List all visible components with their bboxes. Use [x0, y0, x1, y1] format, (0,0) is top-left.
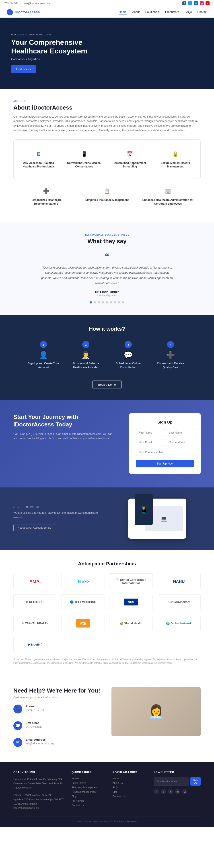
logo[interactable]: i iDoctorAccess [7, 9, 40, 16]
footer-popular-3[interactable]: FAQs [113, 786, 147, 789]
hero-section: WELCOME TO IDOCTORACCESS Your Comprehens… [0, 18, 214, 89]
nav-home[interactable]: Home [119, 10, 127, 14]
first-name-input[interactable] [136, 429, 164, 436]
hero-subtitle: Care at your fingertips [11, 57, 118, 61]
instagram-icon[interactable]: ig [200, 1, 204, 5]
testimonial-dots [14, 301, 200, 304]
footer-popular-2[interactable]: About Us [113, 782, 147, 784]
footer-quick-5[interactable]: Blog [72, 795, 106, 798]
app-right: 📱 💻 [114, 499, 200, 539]
phone-input[interactable] [136, 449, 194, 456]
footer-quick-4[interactable]: Revenue Management [72, 790, 106, 793]
dot-8[interactable] [118, 301, 120, 304]
nav-faqs[interactable]: FAQs [185, 10, 192, 14]
email-label: Email Address [26, 738, 54, 741]
nhs-logo: NHS [124, 598, 138, 606]
dot-6[interactable] [110, 301, 112, 304]
testimonial-author: Dr. Linda Turner [14, 290, 200, 294]
feature-title-1: 24/7 Access to Qualified Healthcare Prof… [20, 161, 57, 169]
feature-item-3: 📅 Streamlined Appointment Scheduling [109, 146, 151, 172]
footer-popular-5[interactable]: Contact Us [113, 795, 147, 798]
about-label: ABOUT US [14, 100, 200, 102]
email-icon: ✉ [14, 738, 22, 747]
insurance-management-icon: 📋 [103, 187, 111, 195]
footer-col-contact: GET IN TOUCH Unlock Your Potential: Join… [14, 771, 65, 810]
appointment-scheduling-icon: 📅 [125, 150, 134, 159]
signup-form-title: Sign Up [136, 420, 194, 425]
footer-popular-1[interactable]: Home [113, 777, 147, 780]
help-left: Need Help? We're Here for You! Customer … [14, 687, 103, 751]
footer-copyright: iDoctorAccess a product of © 2024 All Ri… [77, 820, 137, 823]
step-title-3: Schedule an Online Consultation [111, 362, 145, 369]
signup-button[interactable]: Sign Up Now [136, 460, 194, 467]
medical-consultations-icon: 📱 [80, 150, 89, 159]
phone-info: Phone (223) 316-2198 [26, 705, 44, 717]
app-label: JOIN THE NETWORK [14, 506, 100, 508]
feature-title-5: Personalized Healthcare Recommendations [20, 198, 72, 206]
footer-quick-7[interactable]: Contact Us [72, 804, 106, 807]
dot-7[interactable] [114, 301, 116, 304]
newsletter-button[interactable]: Sign Up [190, 777, 200, 785]
linkedin-icon[interactable]: in [194, 1, 198, 5]
signup-section: Start Your Journey with iDoctorAccess To… [0, 400, 214, 488]
hero-label: WELCOME TO IDOCTORACCESS [11, 33, 118, 36]
footer-address2: US office: 8103Inca Court Suite PA [14, 793, 65, 798]
footer-col-newsletter: NEWSLETTER Sign Up f t in ig yt [154, 771, 200, 810]
curtis-logo: CurtisGrosskopf [167, 600, 190, 604]
newsletter-input[interactable] [154, 777, 189, 785]
dot-5[interactable] [106, 301, 108, 304]
name-row [136, 429, 194, 436]
step-icon-1: 👤 [27, 351, 60, 359]
footer-twitter-icon[interactable]: t [161, 789, 166, 794]
last-name-input[interactable] [166, 429, 194, 436]
dot-3[interactable] [98, 301, 100, 304]
nav-products[interactable]: Products [165, 10, 179, 14]
address-input[interactable] [166, 439, 194, 446]
book-demo-button[interactable]: Book a Demo [92, 380, 122, 389]
app-section: JOIN THE NETWORK We are excited that you… [0, 488, 214, 550]
account-setup-button[interactable]: Request For Account Set up [14, 524, 55, 531]
about-section: ABOUT US About iDoctorAccess Our mission… [0, 89, 214, 222]
social-links: f t in ig yt [182, 1, 210, 5]
partner-ama: AMA® [14, 574, 57, 589]
partnerships-section: Anticipated Partnerships AMA® 🌐 WHO 🦷 De… [0, 550, 214, 676]
partner-bluefin: ◆ Bluefin™ [14, 637, 57, 652]
footer-quick-title: QUICK LINKS [72, 771, 106, 774]
partner-telemedicine: 🔵 TELEMEDICINE [61, 594, 105, 610]
nav-contact[interactable]: Contact [197, 10, 207, 14]
footer-popular-4[interactable]: Blog [113, 790, 147, 793]
feature-title-6: Simplified Insurance Management [81, 198, 133, 202]
twitter-icon[interactable]: t [188, 1, 192, 5]
nav-about[interactable]: About [132, 10, 140, 14]
testimonial-role: Family Physician [14, 294, 200, 297]
partner-travel: ✈ TRAVEL HEALTH [14, 616, 57, 631]
find-doctor-button[interactable]: Find Doctor [11, 65, 36, 73]
footer-quick-6[interactable]: For Players [72, 799, 106, 802]
ama-logo: AMA® [29, 579, 41, 584]
footer-linkedin-icon[interactable]: in [168, 789, 173, 794]
signup-left: Start Your Journey with iDoctorAccess To… [14, 413, 116, 441]
footer-quick-2[interactable]: Public Health [72, 782, 106, 784]
step-num-2: 2 [82, 341, 89, 348]
youtube-icon[interactable]: yt [206, 1, 210, 5]
dot-4[interactable] [102, 301, 104, 304]
dot-1[interactable] [90, 301, 92, 304]
logo-text: iDoctorAccess [15, 10, 40, 14]
dot-9[interactable] [122, 301, 124, 304]
email-input[interactable] [136, 439, 164, 446]
about-text: Our mission at iDoctorAccess is to democ… [14, 115, 200, 133]
footer-facebook-icon[interactable]: f [154, 789, 159, 794]
nav-solutions[interactable]: Solutions [145, 10, 160, 14]
quote-icon: ❝ [14, 251, 200, 262]
step-1: 1 👤 Sign Up and Create Your Account [27, 341, 60, 369]
footer-instagram-icon[interactable]: ig [175, 789, 180, 794]
testimonial-text: "iDoctorAccess has allowed me to reach p… [40, 265, 174, 286]
travel-logo: ✈ TRAVEL HEALTH [22, 622, 49, 625]
footer-youtube-icon[interactable]: yt [182, 789, 187, 794]
dot-2[interactable] [94, 301, 96, 304]
footer-quick-3[interactable]: Pharmacy Management [72, 786, 106, 789]
facebook-icon[interactable]: f [182, 1, 186, 5]
email-row [136, 439, 194, 446]
footer-quick-1[interactable]: Enrole [72, 777, 106, 780]
footer: GET IN TOUCH Unlock Your Potential: Join… [0, 762, 214, 827]
